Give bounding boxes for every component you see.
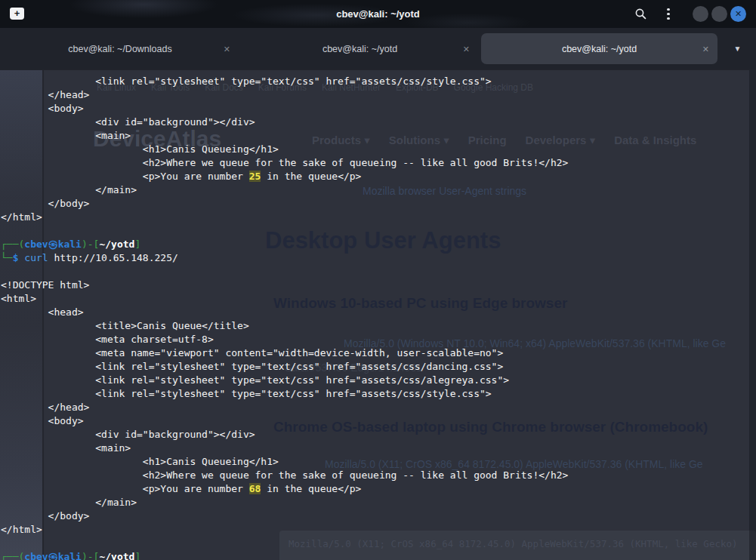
terminal-line: <div id="background"></div> bbox=[1, 115, 756, 129]
terminal-line: </head> bbox=[1, 401, 756, 414]
terminal-line: <link rel="stylesheet" type="text/css" h… bbox=[1, 75, 756, 88]
terminal-line: <link rel="stylesheet" type="text/css" h… bbox=[1, 387, 756, 401]
terminal-line: <link rel="stylesheet" type="text/css" h… bbox=[1, 360, 756, 374]
search-icon[interactable] bbox=[634, 8, 647, 20]
search-highlight: 25 bbox=[249, 171, 261, 182]
terminal-line: <main> bbox=[1, 442, 756, 455]
tab-close-icon[interactable]: ✕ bbox=[702, 44, 709, 54]
terminal-line: <h1>Canis Queueing</h1> bbox=[1, 455, 756, 469]
terminal-line: <body> bbox=[1, 102, 756, 115]
terminal-line: <h1>Canis Queueing</h1> bbox=[1, 143, 756, 156]
tab-label: cbev@kali: ~/yotd bbox=[562, 44, 637, 54]
tab-list-chevron-icon[interactable]: ▼ bbox=[719, 45, 756, 53]
terminal-blank-line bbox=[1, 537, 756, 550]
terminal-blank-line bbox=[1, 265, 756, 278]
terminal-line: </body> bbox=[1, 197, 756, 211]
terminal-line: <meta charset=utf-8> bbox=[1, 333, 756, 346]
terminal-line-queue-68: <p>You are number 68 in the queue</p> bbox=[1, 482, 756, 496]
tab-downloads[interactable]: cbev@kali: ~/Downloads ✕ bbox=[0, 28, 240, 69]
terminal-line: <main> bbox=[1, 129, 756, 143]
tab-label: cbev@kali: ~/yotd bbox=[322, 44, 397, 54]
terminal-line: <meta name="viewport" content="width=dev… bbox=[1, 346, 756, 360]
terminal-line: <title>Canis Queue</title> bbox=[1, 319, 756, 333]
terminal-line: <h2>Where we queue for the sake of queue… bbox=[1, 156, 756, 170]
maximize-button[interactable] bbox=[711, 6, 727, 22]
tab-yotd-1[interactable]: cbev@kali: ~/yotd ✕ bbox=[240, 28, 480, 69]
terminal-line: <!DOCTYPE html> bbox=[1, 278, 756, 292]
terminal-line: <html> bbox=[1, 292, 756, 306]
terminal-command-line: └─$ curl http://10.65.148.225/ bbox=[1, 251, 756, 265]
terminal-line-queue-25: <p>You are number 25 in the queue</p> bbox=[1, 170, 756, 183]
terminal-line: </main> bbox=[1, 183, 756, 197]
tab-yotd-2-active[interactable]: cbev@kali: ~/yotd ✕ bbox=[481, 33, 717, 64]
tab-close-icon[interactable]: ✕ bbox=[463, 44, 470, 54]
terminal-line: </head> bbox=[1, 88, 756, 102]
close-button[interactable]: ✕ bbox=[730, 6, 746, 22]
tab-label: cbev@kali: ~/Downloads bbox=[68, 44, 171, 54]
terminal-line: </html> bbox=[1, 523, 756, 537]
terminal-line: <head> bbox=[1, 306, 756, 319]
terminal-blank-line bbox=[1, 224, 756, 238]
terminal-output: <link rel="stylesheet" type="text/css" h… bbox=[0, 70, 756, 560]
kebab-menu-icon[interactable] bbox=[665, 6, 672, 23]
qterminal-window: + cbev@kali: ~/yotd ✕ cbev@kali: ~/Downl… bbox=[0, 0, 756, 560]
tab-close-icon[interactable]: ✕ bbox=[224, 44, 230, 54]
search-highlight: 68 bbox=[249, 483, 261, 494]
terminal-line: <link rel="stylesheet" type="text/css" h… bbox=[1, 374, 756, 387]
terminal-prompt-line: ┌──(cbev㉿kali)-[~/yotd] bbox=[1, 238, 756, 251]
terminal-viewport[interactable]: Kali Linux Kali Tools Kali Docs Kali For… bbox=[0, 69, 756, 560]
terminal-prompt-line: ┌──(cbev㉿kali)-[~/yotd] bbox=[1, 550, 756, 560]
window-titlebar: + cbev@kali: ~/yotd ✕ bbox=[0, 0, 756, 28]
terminal-line: <body> bbox=[1, 414, 756, 428]
minimize-button[interactable] bbox=[693, 6, 708, 22]
terminal-line: <h2>Where we queue for the sake of queue… bbox=[1, 469, 756, 482]
titlebar-controls: ✕ bbox=[634, 0, 746, 28]
terminal-line: </main> bbox=[1, 496, 756, 509]
terminal-line: </body> bbox=[1, 509, 756, 523]
terminal-line: </html> bbox=[1, 211, 756, 224]
terminal-line: <div id="background"></div> bbox=[1, 428, 756, 442]
tab-bar: cbev@kali: ~/Downloads ✕ cbev@kali: ~/yo… bbox=[0, 28, 756, 69]
